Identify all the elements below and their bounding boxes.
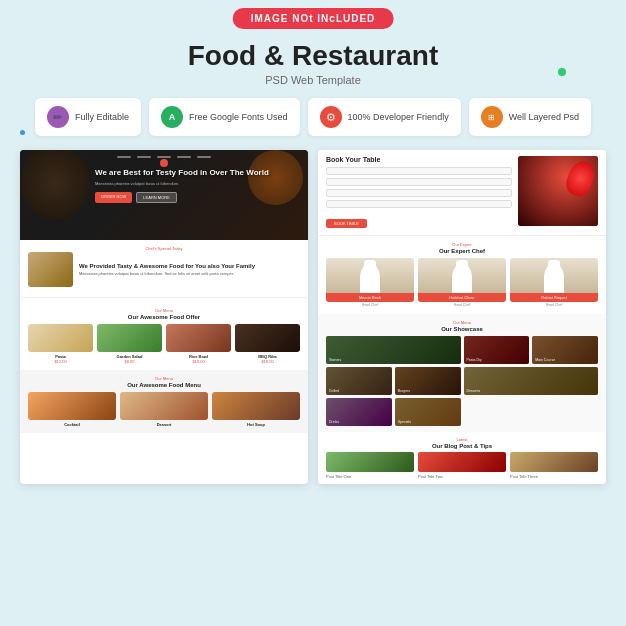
feature-label-3: 100% Developer Friendly — [348, 112, 449, 122]
menu-img-drink — [28, 392, 116, 420]
offer-item-4: BBQ Ribs $18.00 — [235, 324, 300, 364]
chef-name-2: Hafshat Olivar — [418, 293, 506, 302]
hero-learn-btn[interactable]: LEARN MORE — [136, 192, 176, 203]
offer-price-3: $10.00 — [166, 359, 231, 364]
menu-name-2: Dessert — [120, 422, 208, 427]
tasty-label: Chef's Special Today — [28, 246, 300, 251]
hero-text: We are Best for Testy Food in Over The W… — [95, 168, 269, 203]
gallery-label: Our Menu — [326, 320, 598, 325]
gallery-grid: Starters Pasta.Dry Main Course Grilled B… — [326, 336, 598, 426]
chef-name-1: Marvin Beck — [326, 293, 414, 302]
decorative-dot-blue — [20, 130, 25, 135]
food-offer-section: Our Menu Our Awesome Food Offer Pasta $1… — [20, 302, 308, 370]
chef-title: Our Expert Chef — [326, 248, 598, 254]
offer-label: Our Menu — [28, 308, 300, 313]
offer-price-2: $8.00 — [97, 359, 162, 364]
hero-buttons: ORDER NOW LEARN MORE — [95, 192, 269, 203]
gallery-item-7: Drinks — [326, 398, 392, 426]
page-title: Food & Restaurant — [0, 40, 626, 72]
blog-post-title-2: Post Title Two — [418, 474, 506, 479]
offer-img-bbq — [235, 324, 300, 352]
menu-item-3: Hot Soup — [212, 392, 300, 427]
offer-img-pasta — [28, 324, 93, 352]
preview-right: Book Your Table BOOK TABLE Our Expert Ou… — [318, 150, 606, 484]
nav-item-1 — [117, 156, 131, 158]
chef-name-3: Rabiat Raquel — [510, 293, 598, 302]
features-row: ✏ Fully Editable A Free Google Fonts Use… — [0, 98, 626, 136]
tasty-food-image — [28, 252, 73, 287]
chef-img-2 — [418, 258, 506, 293]
offer-title: Our Awesome Food Offer — [28, 314, 300, 320]
hero-subtext: Maecenas pharetra volutpat lacus ut bibe… — [95, 181, 269, 187]
tasty-section: Chef's Special Today We Provided Tasty &… — [20, 240, 308, 293]
hero-logo — [160, 159, 168, 167]
menu-name-1: Cocktail — [28, 422, 116, 427]
blog-post-title-3: Post Title Three — [510, 474, 598, 479]
chef-card-3: Rabiat Raquel Head Chef — [510, 258, 598, 308]
booking-field-4[interactable] — [326, 200, 512, 208]
feature-editable: ✏ Fully Editable — [35, 98, 141, 136]
blog-img-3 — [510, 452, 598, 472]
chef-label: Our Expert — [326, 242, 598, 247]
gallery-label-5: Burgers — [395, 367, 461, 395]
gallery-item-5: Burgers — [395, 367, 461, 395]
tasty-row: We Provided Tasty & Awesome Food for You… — [28, 252, 300, 287]
feature-developer: ⚙ 100% Developer Friendly — [308, 98, 461, 136]
hero-section: We are Best for Testy Food in Over The W… — [20, 150, 308, 240]
nav-item-4 — [177, 156, 191, 158]
nav-item-5 — [197, 156, 211, 158]
booking-title: Book Your Table — [326, 156, 512, 163]
booking-food-image — [518, 156, 598, 226]
blog-items: Post Title One Post Title Two Post Title… — [326, 452, 598, 479]
booking-field-1[interactable] — [326, 167, 512, 175]
offer-img-bowl — [166, 324, 231, 352]
menu-item-2: Dessert — [120, 392, 208, 427]
offer-price-4: $18.00 — [235, 359, 300, 364]
font-icon: A — [161, 106, 183, 128]
menu-title: Our Awesome Food Menu — [28, 382, 300, 388]
gallery-label-4: Grilled — [326, 367, 392, 395]
chef-section: Our Expert Our Expert Chef Marvin Beck H… — [318, 236, 606, 314]
gallery-label-3: Main Course — [532, 336, 598, 364]
booking-form: Book Your Table BOOK TABLE — [326, 156, 512, 229]
tasty-heading: We Provided Tasty & Awesome Food for You… — [79, 263, 255, 269]
menu-item-1: Cocktail — [28, 392, 116, 427]
food-offer-grid: Pasta $12.00 Garden Salad $8.00 Rice Bow… — [28, 324, 300, 364]
booking-food-photo — [518, 156, 598, 229]
feature-label-4: Well Layered Psd — [509, 112, 579, 122]
chef-figure-3 — [544, 263, 564, 293]
booking-submit-btn[interactable]: BOOK TABLE — [326, 219, 367, 228]
chef-role-1: Head Chef — [326, 302, 414, 308]
hero-headline: We are Best for Testy Food in Over The W… — [95, 168, 269, 178]
previews-container: We are Best for Testy Food in Over The W… — [20, 150, 606, 484]
gallery-item-4: Grilled — [326, 367, 392, 395]
blog-post-3: Post Title Three — [510, 452, 598, 479]
feature-fonts: A Free Google Fonts Used — [149, 98, 300, 136]
gallery-item-8: Specials — [395, 398, 461, 426]
image-not-included-badge: IMAGE NOt INcLUDED — [233, 8, 394, 29]
chef-role-3: Head Chef — [510, 302, 598, 308]
blog-section: Latest Our Blog Post & Tips Post Title O… — [318, 432, 606, 484]
feature-label-1: Fully Editable — [75, 112, 129, 122]
gallery-item-3: Main Course — [532, 336, 598, 364]
page-subtitle: PSD Web Template — [0, 74, 626, 86]
chef-img-1 — [326, 258, 414, 293]
chef-img-3 — [510, 258, 598, 293]
offer-price-1: $12.00 — [28, 359, 93, 364]
booking-field-3[interactable] — [326, 189, 512, 197]
offer-img-salad — [97, 324, 162, 352]
gallery-item-2: Pasta.Dry — [464, 336, 530, 364]
hero-order-btn[interactable]: ORDER NOW — [95, 192, 132, 203]
chef-role-2: Head Chef — [418, 302, 506, 308]
gallery-title: Our Showcase — [326, 326, 598, 332]
gallery-item-6: Desserts — [464, 367, 599, 395]
decorative-dot-teal — [558, 68, 566, 76]
blog-img-2 — [418, 452, 506, 472]
tasty-content: We Provided Tasty & Awesome Food for You… — [79, 263, 255, 277]
menu-section-left: Our Menu Our Awesome Food Menu Cocktail … — [20, 370, 308, 433]
gallery-label-6: Desserts — [464, 367, 599, 395]
gallery-label-8: Specials — [395, 398, 461, 426]
booking-field-2[interactable] — [326, 178, 512, 186]
chef-figure-1 — [360, 263, 380, 293]
divider-1 — [20, 297, 308, 298]
